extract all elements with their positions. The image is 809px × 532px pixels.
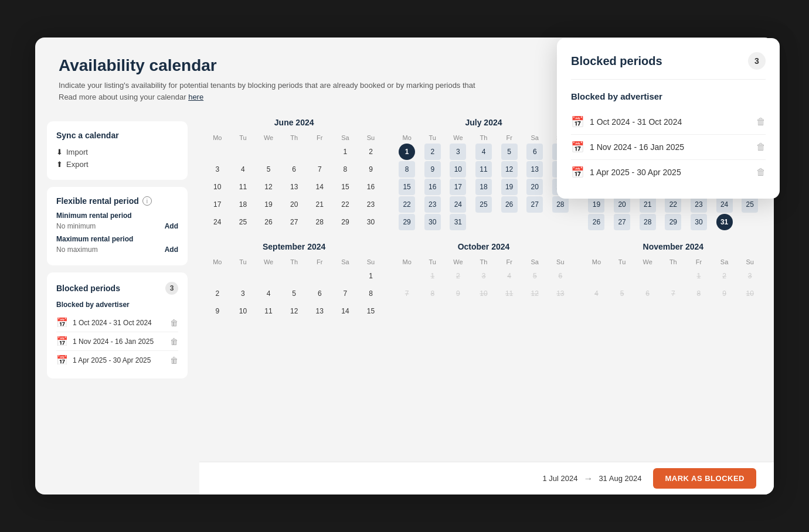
cal-cell[interactable]: 16	[424, 179, 441, 195]
cal-cell[interactable]: 12	[501, 161, 518, 178]
cal-cell[interactable]: 22	[399, 196, 415, 213]
cal-cell[interactable]: 26	[260, 214, 277, 230]
cal-cell[interactable]: 25	[475, 196, 492, 213]
cal-cell[interactable]: 8	[691, 285, 707, 302]
cal-cell[interactable]: 11	[501, 285, 518, 302]
cal-cell[interactable]: 1	[363, 268, 379, 284]
cal-cell[interactable]: 9	[424, 161, 441, 178]
delete-icon[interactable]: 🗑	[170, 356, 178, 365]
cal-cell[interactable]: 31	[450, 214, 466, 230]
cal-cell[interactable]: 7	[311, 161, 328, 178]
cal-cell[interactable]: 6	[286, 161, 302, 178]
delete-icon[interactable]: 🗑	[170, 337, 178, 346]
cal-cell[interactable]: 6	[640, 285, 656, 302]
min-rental-add-button[interactable]: Add	[165, 222, 178, 230]
cal-cell[interactable]: 5	[614, 285, 630, 302]
cal-cell[interactable]: 30	[363, 214, 379, 230]
cal-cell[interactable]: 7	[665, 285, 681, 302]
cal-cell[interactable]: 18	[234, 196, 251, 213]
cal-cell[interactable]: 5	[526, 268, 543, 284]
cal-cell[interactable]: 5	[260, 161, 277, 178]
cal-cell[interactable]: 10	[742, 285, 758, 302]
cal-cell[interactable]: 11	[475, 161, 492, 178]
cal-cell[interactable]: 11	[234, 179, 251, 195]
cal-cell[interactable]: 4	[588, 285, 604, 302]
popup-delete-icon[interactable]: 🗑	[756, 142, 766, 152]
cal-cell[interactable]: 4	[234, 161, 251, 178]
cal-cell[interactable]: 5	[286, 285, 302, 302]
cal-cell[interactable]: 19	[501, 179, 518, 195]
cal-cell[interactable]: 28	[311, 214, 328, 230]
cal-cell[interactable]: 7	[399, 285, 415, 302]
cal-cell[interactable]: 13	[286, 179, 302, 195]
cal-cell[interactable]: 14	[311, 179, 328, 195]
cal-cell[interactable]: 1	[424, 268, 441, 284]
cal-cell[interactable]: 5	[501, 144, 518, 160]
cal-cell[interactable]: 31	[716, 214, 733, 230]
cal-cell[interactable]: 4	[260, 285, 277, 302]
cal-cell[interactable]: 17	[450, 179, 466, 195]
cal-cell[interactable]: 4	[475, 144, 492, 160]
cal-cell[interactable]: 8	[424, 285, 441, 302]
cal-cell[interactable]: 2	[716, 268, 733, 284]
cal-cell[interactable]: 12	[286, 303, 302, 319]
cal-cell[interactable]: 26	[501, 196, 518, 213]
cal-cell[interactable]: 6	[552, 268, 569, 284]
import-link[interactable]: ⬇ Import	[56, 146, 178, 158]
cal-cell[interactable]: 29	[665, 214, 681, 230]
cal-cell[interactable]: 1	[691, 268, 707, 284]
cal-cell[interactable]: 4	[501, 268, 518, 284]
popup-delete-icon[interactable]: 🗑	[756, 167, 766, 178]
cal-cell[interactable]: 2	[209, 285, 226, 302]
cal-cell[interactable]: 9	[450, 285, 466, 302]
popup-delete-icon[interactable]: 🗑	[756, 117, 766, 127]
cal-cell[interactable]: 15	[363, 303, 379, 319]
cal-cell[interactable]: 3	[209, 161, 226, 178]
cal-cell[interactable]: 14	[337, 303, 353, 319]
cal-cell[interactable]: 19	[260, 196, 277, 213]
cal-cell[interactable]: 18	[475, 179, 492, 195]
cal-cell[interactable]: 28	[552, 196, 569, 213]
cal-cell[interactable]: 15	[399, 179, 415, 195]
cal-cell[interactable]: 13	[311, 303, 328, 319]
cal-cell[interactable]: 24	[450, 196, 466, 213]
cal-cell[interactable]: 20	[614, 196, 630, 213]
cal-cell[interactable]: 25	[234, 214, 251, 230]
cal-cell[interactable]: 20	[286, 196, 302, 213]
cal-cell[interactable]: 3	[234, 285, 251, 302]
max-rental-add-button[interactable]: Add	[165, 245, 178, 254]
cal-cell[interactable]: 13	[552, 285, 569, 302]
cal-cell[interactable]: 1	[399, 144, 415, 160]
cal-cell[interactable]: 30	[424, 214, 441, 230]
export-link[interactable]: ⬆ Export	[56, 158, 178, 170]
cal-cell[interactable]: 10	[234, 303, 251, 319]
cal-cell[interactable]: 24	[209, 214, 226, 230]
cal-cell[interactable]: 27	[286, 214, 302, 230]
cal-cell[interactable]: 22	[337, 196, 353, 213]
cal-cell[interactable]: 9	[363, 161, 379, 178]
cal-cell[interactable]: 21	[640, 196, 656, 213]
cal-cell[interactable]: 3	[742, 268, 758, 284]
cal-cell[interactable]: 8	[337, 161, 353, 178]
cal-cell[interactable]: 25	[742, 196, 758, 213]
cal-cell[interactable]: 2	[424, 144, 441, 160]
cal-cell[interactable]: 26	[588, 214, 604, 230]
cal-cell[interactable]: 8	[363, 285, 379, 302]
cal-cell[interactable]: 17	[209, 196, 226, 213]
delete-icon[interactable]: 🗑	[170, 318, 178, 328]
cal-cell[interactable]: 27	[526, 196, 543, 213]
cal-cell[interactable]: 10	[475, 285, 492, 302]
cal-cell[interactable]: 29	[399, 214, 415, 230]
cal-cell[interactable]: 15	[337, 179, 353, 195]
cal-cell[interactable]: 2	[450, 268, 466, 284]
cal-cell[interactable]: 28	[640, 214, 656, 230]
cal-cell[interactable]: 16	[363, 179, 379, 195]
cal-cell[interactable]: 19	[588, 196, 604, 213]
cal-cell[interactable]: 6	[311, 285, 328, 302]
cal-cell[interactable]: 24	[716, 196, 733, 213]
cal-cell[interactable]: 9	[209, 303, 226, 319]
cal-cell[interactable]: 29	[337, 214, 353, 230]
cal-cell[interactable]: 10	[209, 179, 226, 195]
cal-cell[interactable]: 7	[337, 285, 353, 302]
info-icon[interactable]: i	[142, 196, 152, 206]
